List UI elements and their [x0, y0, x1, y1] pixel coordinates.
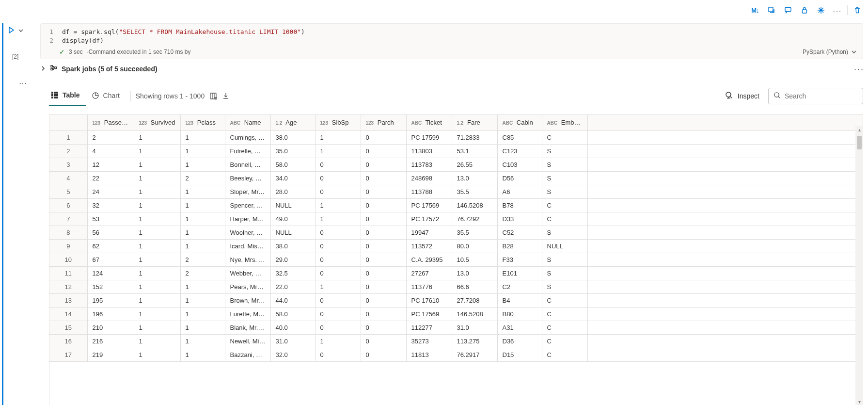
cell[interactable]: 1	[180, 321, 225, 334]
table-row[interactable]: 1621611Newell, Mis...31.01035273113.275D…	[49, 334, 863, 348]
markdown-toggle[interactable]: M↓	[748, 4, 762, 16]
table-row[interactable]: 96211Icard, Miss. ...38.00011357280.0B28…	[49, 239, 863, 253]
cell[interactable]: 80.0	[452, 239, 497, 253]
column-header[interactable]: ABC Cabin	[497, 115, 542, 130]
column-header[interactable]: 123 Parch	[361, 115, 406, 130]
cell[interactable]: S	[542, 171, 587, 185]
cell[interactable]: NULL	[270, 198, 315, 212]
cell[interactable]: C	[542, 198, 587, 212]
cell[interactable]: PC 17569	[406, 307, 452, 321]
cell[interactable]: E101	[497, 266, 542, 280]
cell[interactable]: 53.1	[452, 144, 497, 158]
cell[interactable]: 1	[180, 348, 225, 361]
cell[interactable]: 35.5	[452, 185, 497, 198]
cell[interactable]: 2	[87, 130, 134, 144]
cell[interactable]: Woolner, M...	[225, 226, 270, 239]
lock-icon[interactable]	[798, 4, 811, 16]
cell[interactable]: S	[542, 226, 587, 239]
cell[interactable]: 0	[315, 171, 361, 185]
row-index[interactable]: 5	[49, 185, 87, 198]
row-index[interactable]: 2	[49, 144, 87, 158]
cell[interactable]: 22.0	[270, 280, 315, 293]
row-index[interactable]: 13	[49, 293, 87, 307]
cell[interactable]: C	[542, 334, 587, 348]
row-index[interactable]: 8	[49, 226, 87, 239]
cell[interactable]: 0	[315, 293, 361, 307]
row-index[interactable]: 9	[49, 239, 87, 253]
cell[interactable]: 1	[180, 198, 225, 212]
cell[interactable]: 34.0	[270, 171, 315, 185]
scroll-thumb[interactable]	[857, 136, 862, 149]
cell[interactable]: 1	[180, 226, 225, 239]
cell[interactable]: 0	[361, 239, 406, 253]
cell[interactable]: Icard, Miss. ...	[225, 239, 270, 253]
cell[interactable]: 113788	[406, 185, 452, 198]
more-icon[interactable]: ···	[831, 4, 844, 16]
cell[interactable]: 31.0	[270, 334, 315, 348]
run-cell-icon[interactable]	[7, 26, 15, 36]
cell[interactable]: F33	[497, 253, 542, 266]
cell[interactable]: 2	[180, 266, 225, 280]
cell[interactable]: S	[542, 158, 587, 171]
cell[interactable]: 113.275	[452, 334, 497, 348]
cell-actions-icon[interactable]: ⋯	[19, 79, 27, 88]
cell[interactable]: 1	[134, 321, 180, 334]
cell[interactable]: C.A. 29395	[406, 253, 452, 266]
column-header[interactable]: ABC Ticket	[406, 115, 452, 130]
cell[interactable]: 152	[87, 280, 134, 293]
cell[interactable]: 32.0	[270, 348, 315, 361]
cell[interactable]: 1	[180, 334, 225, 348]
cell[interactable]: 0	[361, 158, 406, 171]
cell[interactable]: S	[542, 266, 587, 280]
cell[interactable]: 12	[87, 158, 134, 171]
table-row[interactable]: 1521011Blank, Mr. H...40.00011227731.0A3…	[49, 321, 863, 334]
cell[interactable]: 195	[87, 293, 134, 307]
cell[interactable]: 0	[315, 185, 361, 198]
table-row[interactable]: 106712Nye, Mrs. (E...29.000C.A. 2939510.…	[49, 253, 863, 266]
cell[interactable]: 31.0	[452, 321, 497, 334]
row-index[interactable]: 17	[49, 348, 87, 361]
cell[interactable]: C	[542, 321, 587, 334]
cell[interactable]: B4	[497, 293, 542, 307]
cell[interactable]: 1	[134, 171, 180, 185]
cell[interactable]: PC 17569	[406, 198, 452, 212]
cell[interactable]: Beesley, Mr....	[225, 171, 270, 185]
cell[interactable]: 0	[315, 253, 361, 266]
cell[interactable]: 1	[315, 334, 361, 348]
cell[interactable]: Brown, Mrs. ...	[225, 293, 270, 307]
run-menu-chevron[interactable]	[18, 27, 24, 35]
cell[interactable]: D15	[497, 348, 542, 361]
cell[interactable]: 35273	[406, 334, 452, 348]
cell[interactable]: 1	[315, 198, 361, 212]
cell[interactable]: 1	[315, 144, 361, 158]
table-row[interactable]: 85611Woolner, M...NULL001994735.5C52S	[49, 226, 863, 239]
cell[interactable]: C2	[497, 280, 542, 293]
row-index[interactable]: 14	[49, 307, 87, 321]
cell[interactable]: PC 17572	[406, 212, 452, 226]
cell[interactable]: 1	[134, 185, 180, 198]
cell[interactable]: C	[542, 293, 587, 307]
cell[interactable]: PC 17610	[406, 293, 452, 307]
tab-table[interactable]: Table	[49, 86, 86, 106]
cell[interactable]: 124	[87, 266, 134, 280]
cell[interactable]: 1	[180, 280, 225, 293]
kernel-selector[interactable]: PySpark (Python)	[803, 49, 857, 55]
cell[interactable]: 32.5	[270, 266, 315, 280]
cell[interactable]: 32	[87, 198, 134, 212]
cell[interactable]: 49.0	[270, 212, 315, 226]
cell[interactable]: 0	[361, 334, 406, 348]
cell[interactable]: S	[542, 253, 587, 266]
cell[interactable]: 146.5208	[452, 307, 497, 321]
cell[interactable]: 1	[134, 130, 180, 144]
cell[interactable]: A31	[497, 321, 542, 334]
cell[interactable]: 24	[87, 185, 134, 198]
cell[interactable]: 2	[180, 253, 225, 266]
table-row[interactable]: 52411Sloper, Mr. ...28.00011378835.5A6S	[49, 185, 863, 198]
row-index[interactable]: 15	[49, 321, 87, 334]
cell[interactable]: Cumings, M...	[225, 130, 270, 144]
table-row[interactable]: 1215211Pears, Mrs. ...22.01011377666.6C2…	[49, 280, 863, 293]
cell[interactable]: 56	[87, 226, 134, 239]
cell[interactable]: 1	[180, 130, 225, 144]
cell[interactable]: 0	[361, 280, 406, 293]
cell[interactable]: 1	[134, 144, 180, 158]
